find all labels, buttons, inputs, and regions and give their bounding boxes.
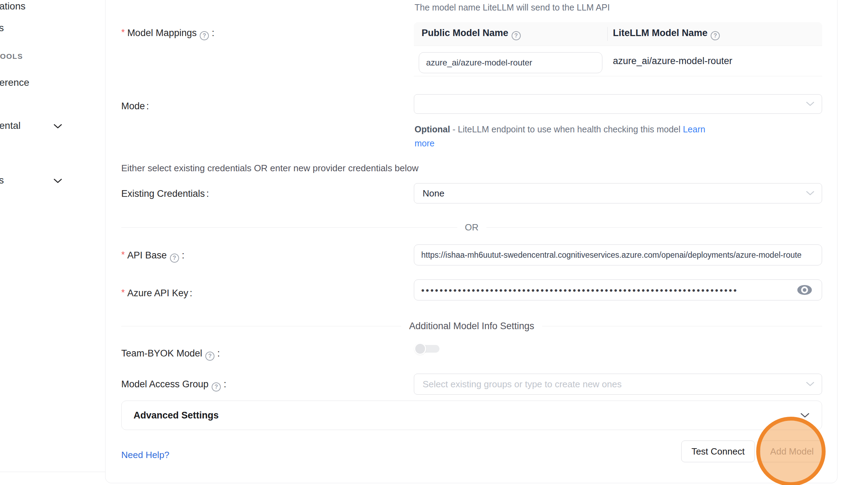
chevron-down-icon[interactable] xyxy=(53,123,62,129)
litellm-model-name-header: LiteLLM Model Name? xyxy=(607,28,822,40)
highlight-circle xyxy=(756,417,826,485)
public-model-name-input[interactable]: azure_ai/azure-model-router xyxy=(419,52,602,73)
team-byok-toggle[interactable] xyxy=(415,345,439,353)
chevron-down-icon xyxy=(806,190,815,196)
sidebar-item-truncated-2[interactable]: s xyxy=(0,22,4,34)
select-placeholder: Select existing groups or type to create… xyxy=(423,379,622,390)
sidebar-item-truncated-3[interactable]: erence xyxy=(0,77,29,88)
add-model-card: The model name LiteLLM will send to the … xyxy=(105,0,838,483)
chevron-down-icon xyxy=(806,381,815,387)
sidebar-item-truncated-4[interactable]: ental xyxy=(0,120,21,131)
credentials-note: Either select existing credentials OR en… xyxy=(121,163,418,174)
help-icon[interactable]: ? xyxy=(711,31,720,40)
or-divider: OR xyxy=(121,222,822,232)
model-mappings-table: Public Model Name? LiteLLM Model Name? a… xyxy=(414,22,822,76)
api-base-input[interactable]: https://ishaa-mh6uutut-swedencentral.cog… xyxy=(414,244,822,265)
advanced-settings-title: Advanced Settings xyxy=(134,410,800,421)
chevron-down-icon xyxy=(806,101,815,107)
model-mappings-label: *Model Mappings?: xyxy=(121,27,214,40)
additional-info-divider: Additional Model Info Settings xyxy=(121,321,822,331)
model-mappings-table-row: azure_ai/azure-model-router azure_ai/azu… xyxy=(414,46,822,76)
help-icon[interactable]: ? xyxy=(200,31,209,40)
sidebar-section-tools: TOOLS xyxy=(0,52,23,61)
eye-icon[interactable] xyxy=(797,284,813,296)
litellm-model-name-value: azure_ai/azure-model-router xyxy=(613,46,732,76)
mode-label: Mode: xyxy=(121,101,149,112)
model-name-helper-text: The model name LiteLLM will send to the … xyxy=(415,2,610,13)
existing-credentials-select[interactable]: None xyxy=(414,183,822,203)
mode-helper-text: Optional - LiteLLM endpoint to use when … xyxy=(415,122,716,150)
model-mappings-table-header: Public Model Name? LiteLLM Model Name? xyxy=(414,22,822,46)
sidebar: ations s TOOLS erence ental s xyxy=(0,0,105,485)
advanced-settings-panel[interactable]: Advanced Settings xyxy=(121,401,822,430)
azure-api-key-label: *Azure API Key: xyxy=(121,287,192,299)
model-access-group-select[interactable]: Select existing groups or type to create… xyxy=(414,374,822,395)
existing-credentials-label: Existing Credentials: xyxy=(121,188,209,199)
toggle-knob xyxy=(414,343,426,355)
help-icon[interactable]: ? xyxy=(212,382,221,392)
public-model-name-header: Public Model Name? xyxy=(414,28,607,40)
api-base-label: *API Base?: xyxy=(121,249,184,263)
required-asterisk: * xyxy=(121,27,125,37)
help-icon[interactable]: ? xyxy=(205,352,214,361)
required-asterisk: * xyxy=(121,249,125,260)
header-column-divider xyxy=(607,27,608,41)
mode-select[interactable] xyxy=(414,94,822,114)
sidebar-item-truncated-1[interactable]: ations xyxy=(0,1,26,12)
sidebar-item-truncated-5[interactable]: s xyxy=(0,175,4,186)
chevron-down-icon xyxy=(800,413,810,418)
model-access-group-label: Model Access Group?: xyxy=(121,379,226,392)
help-icon[interactable]: ? xyxy=(170,254,179,263)
required-asterisk: * xyxy=(121,287,125,298)
need-help-link[interactable]: Need Help? xyxy=(121,450,169,460)
chevron-down-icon[interactable] xyxy=(53,178,62,183)
help-icon[interactable]: ? xyxy=(512,31,521,40)
azure-api-key-input[interactable]: ••••••••••••••••••••••••••••••••••••••••… xyxy=(414,279,822,300)
sidebar-divider xyxy=(0,472,105,472)
test-connect-button[interactable]: Test Connect xyxy=(681,441,755,462)
team-byok-label: Team-BYOK Model?: xyxy=(121,348,220,361)
masked-password-dots: ••••••••••••••••••••••••••••••••••••••••… xyxy=(421,285,786,296)
